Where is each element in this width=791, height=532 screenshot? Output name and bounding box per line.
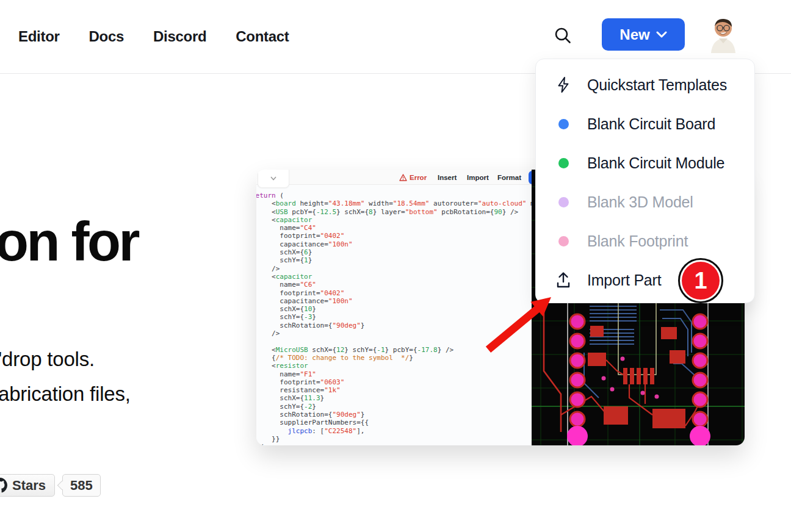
avatar-photo (707, 15, 740, 53)
github-stars-widget: Stars 585 (0, 474, 101, 497)
color-dot-icon (555, 197, 571, 207)
nav-link-discord[interactable]: Discord (153, 28, 206, 45)
menu-item-blank-circuit-module[interactable]: Blank Circuit Module (536, 143, 754, 182)
menu-item-label: Blank 3D Model (587, 193, 693, 211)
github-octocat-icon (0, 478, 7, 493)
editor-collapse-toggle (258, 170, 289, 188)
new-button-label: New (619, 26, 649, 43)
menu-item-quickstart-templates[interactable]: Quickstart Templates (536, 65, 754, 104)
menu-item-label: Blank Circuit Board (587, 115, 715, 133)
nav-links: EditorDocsDiscordContact (18, 0, 289, 73)
nav-link-contact[interactable]: Contact (236, 28, 289, 45)
github-stars-label: Stars (12, 478, 46, 494)
menu-item-blank-circuit-board[interactable]: Blank Circuit Board (536, 104, 754, 143)
menu-item-blank-3d-model[interactable]: Blank 3D Model (536, 182, 754, 221)
warning-triangle-icon (399, 174, 407, 181)
nav-link-docs[interactable]: Docs (89, 28, 125, 45)
hero-body-line2: abrication files, (0, 376, 131, 411)
avatar[interactable] (707, 15, 740, 53)
menu-item-label: Quickstart Templates (587, 76, 727, 94)
new-menu-items: Quickstart TemplatesBlank Circuit BoardB… (536, 65, 754, 300)
chevron-down-icon (656, 31, 667, 38)
lightning-icon (555, 76, 571, 93)
new-dropdown-menu: Quickstart TemplatesBlank Circuit BoardB… (535, 59, 755, 303)
chevron-down-small-icon (270, 176, 276, 181)
hero-body-text: 'drop tools. abrication files, (0, 342, 131, 411)
hero-body-line1: 'drop tools. (0, 342, 131, 376)
hero-heading-fragment: on for (0, 212, 138, 271)
menu-item-label: Blank Circuit Module (587, 154, 724, 172)
editor-insert-menu: Insert (438, 170, 457, 185)
annotation-badge-number: 1 (682, 262, 720, 300)
search-icon (554, 26, 572, 45)
page: EditorDocsDiscordContact New (0, 0, 791, 532)
annotation-badge: 1 (678, 258, 723, 303)
github-stars-button[interactable]: Stars (0, 474, 55, 497)
new-button[interactable]: New (602, 18, 685, 51)
code-editor-pane: Error Insert Import Format return ( <boa… (256, 170, 532, 445)
editor-import-menu: Import (467, 170, 489, 185)
nav-link-editor[interactable]: Editor (18, 28, 60, 45)
upload-icon (555, 271, 571, 289)
editor-error-label: Error (410, 174, 427, 181)
editor-toolbar: Error Insert Import Format (256, 170, 532, 185)
color-dot-icon (555, 158, 571, 168)
github-stars-count[interactable]: 585 (62, 474, 101, 497)
editor-format-menu: Format (497, 170, 521, 185)
color-dot-icon (555, 119, 571, 129)
menu-item-label: Blank Footprint (587, 232, 688, 250)
menu-item-blank-footprint[interactable]: Blank Footprint (536, 221, 754, 261)
github-count-wrap: 585 (62, 474, 101, 497)
editor-error-indicator: Error (399, 170, 427, 185)
menu-item-label: Import Part (587, 271, 661, 289)
search-button[interactable] (551, 24, 574, 47)
color-dot-icon (555, 236, 571, 246)
